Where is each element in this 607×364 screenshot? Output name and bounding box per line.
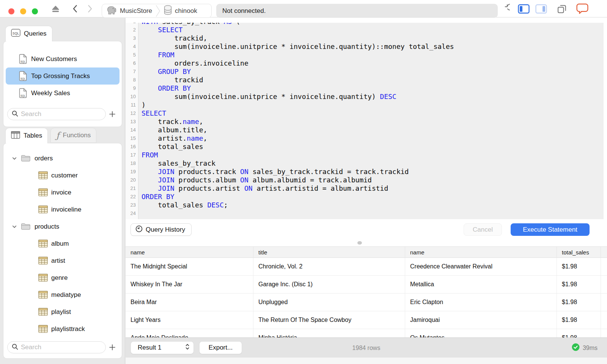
table-cell[interactable]: Metallica: [405, 276, 557, 293]
table-cell[interactable]: [601, 293, 607, 311]
cancel-button[interactable]: Cancel: [464, 223, 502, 236]
tab-queries-label: Queries: [24, 30, 47, 38]
code-line: 9 ORDER BY: [126, 84, 604, 93]
table-cell[interactable]: [601, 258, 607, 276]
table-cell[interactable]: Ando Meio Desligado: [126, 329, 253, 337]
tab-tables[interactable]: Tables: [5, 128, 48, 143]
table-row[interactable]: Ando Meio DesligadoMinha HistóriaOs Muta…: [126, 329, 607, 337]
sidebar: SQL Queries SQLNew CustomersSQLTop Gross…: [0, 17, 125, 364]
window-tabs-icon[interactable]: [556, 0, 568, 17]
table-row[interactable]: Whiskey In The JarGarage Inc. (Disc 1)Me…: [126, 276, 607, 293]
table-cell[interactable]: Os Mutantes: [405, 329, 557, 337]
tree-row-table[interactable]: artist: [3, 252, 122, 269]
table-label: mediatype: [51, 291, 81, 299]
tree-row-table[interactable]: album: [3, 235, 122, 252]
tree-row-table[interactable]: invoiceline: [3, 201, 122, 218]
query-item[interactable]: SQLWeekly Sales: [6, 85, 120, 102]
table-columns-icon: [11, 131, 20, 141]
add-table-button[interactable]: [106, 341, 119, 353]
tab-functions[interactable]: ƒ Functions: [50, 128, 96, 143]
table-cell[interactable]: Garage Inc. (Disc 1): [253, 276, 405, 293]
table-search-box[interactable]: [7, 341, 106, 353]
refresh-icon[interactable]: [499, 0, 510, 17]
column-header[interactable]: [601, 247, 607, 257]
tree-row-table[interactable]: invoice: [3, 184, 122, 201]
tree-row-table[interactable]: customer: [3, 167, 122, 184]
chat-feedback-icon[interactable]: [576, 0, 589, 17]
column-header[interactable]: total_sales: [557, 247, 601, 257]
table-cell[interactable]: Jamiroquai: [405, 311, 557, 329]
minimize-window-button[interactable]: [20, 8, 26, 14]
zoom-window-button[interactable]: [32, 8, 38, 14]
query-search-input[interactable]: [21, 110, 105, 118]
table-cell[interactable]: $1.98: [557, 311, 601, 329]
svg-text:SQL: SQL: [20, 77, 25, 80]
query-search-box[interactable]: [7, 108, 106, 120]
table-cell[interactable]: The Midnight Special: [126, 258, 253, 276]
table-cell[interactable]: [601, 276, 607, 293]
table-cell[interactable]: [601, 329, 607, 337]
table-cell[interactable]: Light Years: [126, 311, 253, 329]
tree-row-table[interactable]: playlisttrack: [3, 320, 122, 337]
close-window-button[interactable]: [8, 8, 14, 14]
table-cell[interactable]: $1.98: [557, 276, 601, 293]
column-header[interactable]: title: [253, 247, 405, 257]
table-cell[interactable]: Creedence Clearwater Revival: [405, 258, 557, 276]
breadcrumb-server[interactable]: MusicStore: [106, 5, 152, 17]
back-button[interactable]: [71, 0, 79, 17]
sql-file-icon: SQL: [19, 88, 27, 98]
table-row[interactable]: Beira MarUnpluggedEric Clapton$1.98: [126, 293, 607, 311]
table-label: invoice: [51, 189, 71, 196]
tab-queries[interactable]: SQL Queries: [5, 26, 52, 41]
pane-splitter-handle[interactable]: [357, 241, 362, 245]
title-bar: MusicStore chinook Not connected.: [0, 0, 607, 17]
column-header[interactable]: name: [405, 247, 557, 257]
code-line: 16 total_sales: [126, 143, 604, 151]
tree-row-table[interactable]: mediatype: [3, 286, 122, 303]
tree-row-table[interactable]: genre: [3, 269, 122, 286]
sql-editor-lines: 1WITH sales_by_track AS (2 SELECT3 track…: [126, 23, 604, 218]
forward-button[interactable]: [86, 0, 94, 17]
chevron-down-icon[interactable]: [12, 156, 17, 161]
query-item[interactable]: SQLTop Grossing Tracks: [6, 67, 120, 85]
toggle-right-sidebar-icon[interactable]: [535, 0, 547, 17]
table-cell[interactable]: $1.98: [557, 293, 601, 311]
query-item-label: New Customers: [31, 55, 77, 63]
table-cell[interactable]: $1.98: [557, 329, 601, 337]
table-label: genre: [51, 274, 68, 282]
table-cell[interactable]: Beira Mar: [126, 293, 253, 311]
table-cell[interactable]: The Return Of The Space Cowboy: [253, 311, 405, 329]
breadcrumb-database[interactable]: chinook: [164, 5, 197, 17]
table-cell[interactable]: $1.98: [557, 258, 601, 276]
code-line: 5 FROM: [126, 51, 604, 59]
execute-statement-button[interactable]: Execute Statement: [511, 223, 590, 236]
code-line: 20 JOIN products.album ON album.albumid …: [126, 176, 604, 184]
table-row[interactable]: The Midnight SpecialChronicle, Vol. 2Cre…: [126, 258, 607, 276]
table-cell[interactable]: [601, 311, 607, 329]
breadcrumb-database-label: chinook: [175, 7, 197, 15]
editor-actions-bar: Query History Cancel Execute Statement: [126, 219, 607, 247]
table-row[interactable]: Light YearsThe Return Of The Space Cowbo…: [126, 311, 607, 329]
tree-row-table[interactable]: playlist: [3, 303, 122, 320]
table-icon: [38, 325, 48, 333]
chevron-down-icon[interactable]: [12, 224, 17, 229]
table-search-input[interactable]: [21, 344, 105, 351]
tab-tables-label: Tables: [24, 132, 42, 140]
add-query-button[interactable]: [106, 108, 119, 120]
query-item[interactable]: SQLNew Customers: [6, 50, 120, 67]
table-icon: [38, 291, 48, 299]
table-cell[interactable]: Eric Clapton: [405, 293, 557, 311]
eject-icon[interactable]: [50, 0, 61, 17]
table-cell[interactable]: Unplugged: [253, 293, 405, 311]
column-header[interactable]: name: [126, 247, 253, 257]
sql-editor[interactable]: 1WITH sales_by_track AS (2 SELECT3 track…: [126, 23, 604, 219]
table-cell[interactable]: Minha História: [253, 329, 405, 337]
toggle-left-sidebar-icon[interactable]: [517, 0, 530, 17]
tree-row-folder[interactable]: products: [3, 218, 122, 235]
code-line: 23 total_sales DESC;: [126, 201, 604, 209]
tree-row-folder[interactable]: orders: [3, 150, 122, 167]
query-history-button[interactable]: Query History: [131, 223, 192, 236]
table-cell[interactable]: Chronicle, Vol. 2: [253, 258, 405, 276]
table-icon: [38, 274, 48, 282]
table-cell[interactable]: Whiskey In The Jar: [126, 276, 253, 293]
